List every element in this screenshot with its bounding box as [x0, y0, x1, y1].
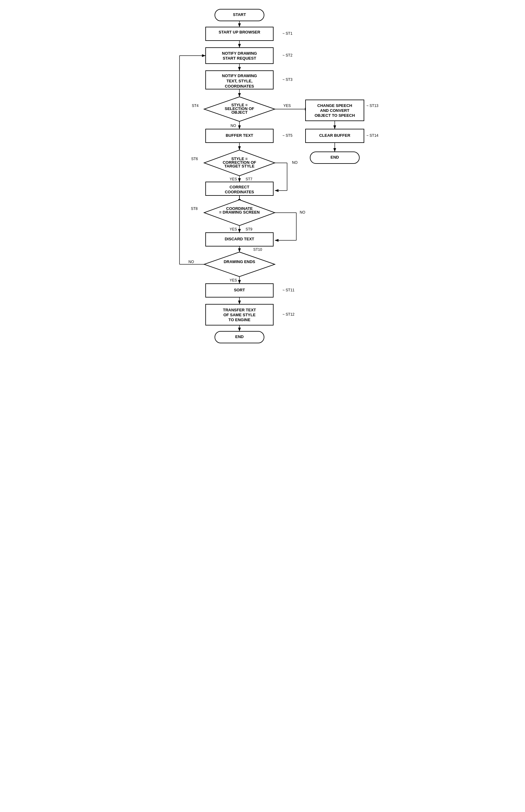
st12-label-line3: TO ENGINE — [228, 317, 251, 322]
st10-label-line1: DRAWING ENDS — [224, 259, 255, 264]
st2-step: ~ ST2 — [283, 53, 292, 58]
yes-label-st6: YES — [230, 177, 237, 181]
st1-step: ~ ST1 — [283, 31, 292, 36]
st14-label: CLEAR BUFFER — [319, 133, 350, 138]
yes-label-st10: YES — [230, 278, 237, 283]
end2-label: END — [330, 155, 339, 160]
st11-label: SORT — [234, 288, 245, 292]
st5-step: ~ ST5 — [283, 133, 292, 138]
st12-label-line2: OF SAME STYLE — [223, 313, 256, 317]
st3-label-line3: COORDINATES — [225, 84, 254, 89]
no-label-st4: NO — [230, 123, 236, 128]
st11-step: ~ ST11 — [283, 288, 295, 292]
st8-step: ST8 — [191, 207, 198, 211]
no-label-st10: NO — [189, 260, 194, 264]
st13-label-line1: CHANGE SPEECH — [317, 103, 352, 108]
start-label: START — [233, 12, 246, 17]
st4-step: ST4 — [192, 104, 198, 108]
yes-label-st4: YES — [283, 104, 291, 108]
st6-label-line3: TARGET STYLE — [224, 164, 255, 168]
st1-label-line1: START UP BROWSER — [219, 30, 260, 34]
end1-label: END — [235, 334, 243, 339]
yes-label-st8: YES — [230, 227, 237, 231]
st12-step: ~ ST12 — [283, 312, 295, 317]
st7-label-line1: CORRECT — [230, 185, 249, 189]
st3-label-line1: NOTIFY DRAWING — [222, 73, 257, 78]
st14-step: ~ ST14 — [366, 133, 378, 138]
st4-label-line3: OBJECT — [231, 110, 248, 115]
flowchart: START START UP BROWSER ~ ST1 NOTIFY DRAW… — [155, 6, 370, 344]
st10-node — [204, 252, 275, 276]
st13-step: ~ ST13 — [366, 104, 378, 108]
no-label-st6: NO — [292, 161, 298, 165]
st3-label-line2: TEXT, STYLE, — [227, 79, 253, 83]
st9-step-label: ST9 — [245, 227, 252, 231]
st5-label: BUFFER TEXT — [226, 133, 253, 138]
st13-label-line2: AND CONVERT — [320, 108, 349, 113]
st12-label-line1: TRANSFER TEXT — [223, 307, 256, 312]
st6-step: ST6 — [191, 157, 198, 161]
no-label-st8: NO — [300, 210, 305, 214]
st3-step: ~ ST3 — [283, 77, 292, 82]
st7-label-line2: COORDINATES — [225, 190, 254, 194]
st9-label: DISCARD TEXT — [225, 237, 254, 241]
st13-label-line3: OBJECT TO SPEECH — [314, 113, 355, 118]
st2-label-line2: START REQUEST — [223, 56, 256, 61]
st10-step: ST10 — [253, 247, 262, 252]
st8-label-line2: = DRAWING SCREEN — [219, 210, 260, 214]
st2-label-line1: NOTIFY DRAWING — [222, 51, 257, 56]
st7-step-label: ST7 — [245, 177, 252, 181]
